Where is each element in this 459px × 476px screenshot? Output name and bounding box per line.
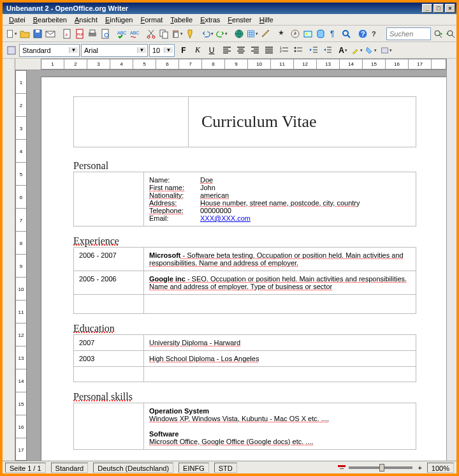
status-language[interactable]: Deutsch (Deutschland): [93, 463, 173, 473]
menu-bearbeiten[interactable]: Bearbeiten: [29, 15, 71, 25]
cv-title: Curriculum Vitae: [201, 112, 317, 131]
close-button[interactable]: ×: [445, 4, 455, 13]
menu-ansicht[interactable]: Ansicht: [71, 15, 101, 25]
left-margin-bar: [3, 59, 15, 461]
svg-point-26: [343, 31, 348, 36]
align-right-button[interactable]: [249, 44, 261, 57]
edit-doc-button[interactable]: [61, 27, 73, 40]
font-name-dropdown[interactable]: Arial▼: [81, 44, 148, 57]
status-std[interactable]: STD: [214, 463, 237, 473]
status-insert[interactable]: EINFG: [178, 463, 209, 473]
svg-rect-22: [304, 31, 312, 37]
zoom-button[interactable]: [340, 27, 352, 40]
formatting-toolbar: Standard▼ Arial▼ 10▼ F K U 12 A: [3, 42, 456, 59]
menu-fenster[interactable]: Fenster: [224, 15, 255, 25]
save-button[interactable]: [32, 27, 43, 40]
align-left-button[interactable]: [221, 44, 233, 57]
pdf-export-button[interactable]: PDF: [74, 27, 85, 40]
decrease-indent-button[interactable]: [307, 44, 320, 57]
datasources-button[interactable]: [315, 27, 326, 40]
nonprinting-button[interactable]: ¶: [328, 27, 339, 40]
status-zoom[interactable]: 100%: [427, 463, 454, 473]
menu-einfuegen[interactable]: Einfügen: [101, 15, 136, 25]
svg-point-23: [306, 33, 308, 34]
redo-button[interactable]: [215, 27, 228, 40]
autospell-button[interactable]: ABC: [129, 27, 140, 40]
search-prev-button[interactable]: [445, 27, 456, 40]
underline-button[interactable]: U: [205, 44, 218, 57]
menu-format[interactable]: Format: [136, 15, 166, 25]
bullet-list-button[interactable]: [292, 44, 305, 57]
email-button[interactable]: [45, 27, 56, 40]
more-options-button[interactable]: [380, 44, 393, 57]
navigator-button[interactable]: [289, 27, 301, 40]
table-row: 2007University Diploma - Harward: [74, 335, 416, 351]
skills-table: Operation System Windows XP, Windows Vis…: [73, 403, 416, 450]
gallery-button[interactable]: [302, 27, 314, 40]
maximize-button[interactable]: □: [433, 4, 444, 13]
spellcheck-button[interactable]: ABC: [116, 27, 127, 40]
format-paintbrush-button[interactable]: [185, 27, 196, 40]
svg-text:2: 2: [280, 49, 282, 53]
svg-point-31: [448, 31, 453, 36]
cut-button[interactable]: [145, 27, 157, 40]
whatsthis-button[interactable]: ?: [370, 27, 381, 40]
undo-button[interactable]: [201, 27, 214, 40]
increase-indent-button[interactable]: [321, 44, 334, 57]
font-color-button[interactable]: A: [337, 44, 349, 57]
print-button[interactable]: [87, 27, 98, 40]
standard-toolbar: PDF ABC ABC ¶ ? ?: [3, 26, 456, 42]
menu-hilfe[interactable]: Hilfe: [256, 15, 277, 25]
svg-rect-2: [36, 30, 40, 33]
search-input[interactable]: [386, 27, 431, 40]
vertical-ruler[interactable]: 123456789101112131415161718: [15, 70, 27, 461]
align-justify-button[interactable]: [263, 44, 275, 57]
highlight-button[interactable]: [351, 44, 363, 57]
svg-rect-38: [382, 47, 388, 52]
paste-button[interactable]: [171, 27, 184, 40]
table-button[interactable]: [246, 27, 259, 40]
statusbar: Seite 1 / 1 Standard Deutsch (Deutschlan…: [3, 461, 456, 473]
minimize-button[interactable]: _: [422, 4, 432, 13]
titlebar: Unbenannt 2 - OpenOffice.org Writer _ □ …: [3, 3, 456, 14]
menu-extras[interactable]: Extras: [196, 15, 224, 25]
horizontal-ruler[interactable]: 1234567891011121314151617: [15, 59, 446, 70]
svg-rect-8: [90, 30, 95, 33]
bg-color-button[interactable]: [365, 44, 377, 57]
section-experience-heading: Experience: [73, 235, 416, 247]
table-row: 2003High School Diploma - Los Angeles: [74, 351, 416, 367]
number-list-button[interactable]: 12: [278, 44, 291, 57]
section-personal-heading: Personal: [73, 160, 416, 172]
status-page: Seite 1 / 1: [5, 463, 46, 473]
zoom-slider[interactable]: [349, 466, 412, 469]
search-next-button[interactable]: [432, 27, 444, 40]
menu-datei[interactable]: Datei: [5, 15, 29, 25]
open-button[interactable]: [19, 27, 31, 40]
draw-button[interactable]: [260, 27, 272, 40]
new-doc-button[interactable]: [5, 27, 18, 40]
menu-tabelle[interactable]: Tabelle: [166, 15, 196, 25]
paragraph-style-dropdown[interactable]: Standard▼: [19, 44, 80, 57]
align-center-button[interactable]: [235, 44, 247, 57]
svg-point-30: [435, 31, 440, 36]
hyperlink-button[interactable]: [233, 27, 245, 40]
cv-title-box: Curriculum Vitae: [73, 96, 416, 147]
workspace: 1234567891011121314151617 12345678910111…: [3, 59, 456, 461]
copy-button[interactable]: [158, 27, 170, 40]
italic-button[interactable]: K: [191, 44, 204, 57]
styles-window-button[interactable]: [5, 44, 18, 57]
document-scroll-area[interactable]: 123456789101112131415161718 Curriculum V…: [15, 70, 446, 461]
status-style[interactable]: Standard: [51, 463, 89, 473]
section-skills-heading: Personal skills: [73, 391, 416, 403]
svg-rect-16: [163, 32, 168, 38]
help-button[interactable]: ?: [357, 27, 368, 40]
vertical-scrollbar[interactable]: [446, 59, 456, 461]
table-row: [74, 367, 416, 382]
zoom-in-icon[interactable]: +: [418, 464, 421, 472]
document-page[interactable]: Curriculum Vitae Personal Name:DoeFirst …: [41, 77, 446, 461]
print-preview-button[interactable]: [99, 27, 111, 40]
svg-text:ABC: ABC: [117, 31, 126, 35]
find-button[interactable]: [277, 27, 288, 40]
font-size-dropdown[interactable]: 10▼: [149, 44, 175, 57]
bold-button[interactable]: F: [177, 44, 190, 57]
